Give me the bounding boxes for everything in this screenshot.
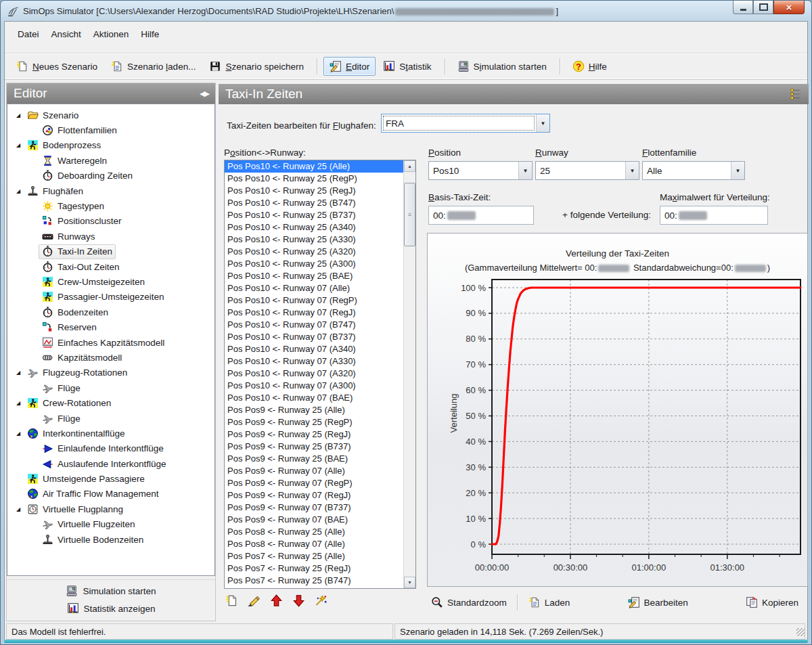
collapse-expand-icon[interactable]: ◀▶ xyxy=(200,89,208,98)
tree-item-virtuelle-flugplanng[interactable]: ◢Virtuelle Flugplanng xyxy=(7,502,215,516)
basis-taxi-time-input[interactable]: 00: xyxy=(428,206,534,225)
list-item[interactable]: Pos Pos10 <- Runway 25 (A340) xyxy=(225,221,415,233)
distribution-chart-panel[interactable]: Verteilung der Taxi-Zeiten (Gammaverteil… xyxy=(427,233,808,587)
tree-item-crew-umsteigezeiten[interactable]: Crew-Umsteigezeiten xyxy=(7,274,215,289)
list-item[interactable]: Pos Pos10 <- Runway 07 (A330) xyxy=(225,355,415,368)
list-item[interactable]: Pos Pos10 <- Runway 07 (B747) xyxy=(225,319,415,331)
minimize-button[interactable] xyxy=(733,1,753,14)
chevron-down-icon[interactable]: ▼ xyxy=(625,162,639,179)
copy-distribution-button[interactable]: Kopieren xyxy=(742,594,803,610)
list-item[interactable]: Pos Pos10 <- Runway 07 (A340) xyxy=(225,343,415,355)
tree-item-deboarding-zeiten[interactable]: Deboarding Zeiten xyxy=(7,169,215,183)
tree-item-flugzeug-rotationen[interactable]: ◢Flugzeug-Rotationen xyxy=(7,365,215,380)
list-item[interactable]: Pos Pos9 <- Runway 25 (BAE) xyxy=(225,453,415,465)
add-entry-button[interactable] xyxy=(225,594,238,609)
toolbar-load-scenario-button[interactable]: Szenario laden... xyxy=(105,57,202,76)
standard-zoom-button[interactable]: Standardzoom xyxy=(427,594,511,610)
list-item[interactable]: Pos Pos9 <- Runway 07 (BAE) xyxy=(225,514,415,526)
tree-item-bodenzeiten[interactable]: Bodenzeiten xyxy=(7,305,215,319)
list-item[interactable]: Pos Pos10 <- Runway 25 (RegP) xyxy=(225,173,415,185)
list-item[interactable]: Pos Pos10 <- Runway 25 (A300) xyxy=(225,258,415,270)
list-item[interactable]: Pos Pos10 <- Runway 25 (RegJ) xyxy=(225,185,415,197)
list-item[interactable]: Pos Pos10 <- Runway 07 (Alle) xyxy=(225,282,415,294)
title-bar[interactable]: SimOps Simulator [C:\Users\Alexander Her… xyxy=(1,1,811,21)
toolbar-save-scenario-button[interactable]: Szenario speichern xyxy=(203,57,310,76)
tree-item-fl-ge[interactable]: Flüge xyxy=(7,380,215,395)
fleet-family-combobox[interactable]: Alle▼ xyxy=(642,161,745,180)
list-item[interactable]: Pos Pos9 <- Runway 25 (B737) xyxy=(225,441,415,453)
tree-item-passagier-umsteigezeiten[interactable]: Passagier-Umsteigezeiten xyxy=(7,290,215,305)
runway-combobox[interactable]: 25▼ xyxy=(535,161,639,180)
tree-item-tagestypen[interactable]: Tagestypen xyxy=(7,198,215,213)
toolbar-new-scenario-button[interactable]: Neues Szenario xyxy=(10,57,104,76)
tree-item-taxi-in-zeiten[interactable]: Taxi-In Zeiten xyxy=(7,244,215,259)
list-item[interactable]: Pos Pos10 <- Runway 25 (A320) xyxy=(225,246,415,258)
tree-item-flugh-fen[interactable]: ◢Flughäfen xyxy=(7,183,215,198)
edit-entry-button[interactable] xyxy=(248,594,261,609)
menu-ansicht[interactable]: Ansicht xyxy=(45,26,87,43)
list-item[interactable]: Pos Pos10 <- Runway 25 (BAE) xyxy=(225,270,415,282)
list-item[interactable]: Pos Pos9 <- Runway 25 (Alle) xyxy=(225,404,415,416)
scroll-up-icon[interactable]: ▲ xyxy=(404,160,415,172)
tree-item-bodenprozess[interactable]: ◢Bodenprozess xyxy=(7,138,215,153)
expanded-arrow-icon[interactable]: ◢ xyxy=(13,142,24,148)
tree-item-runways[interactable]: Runways xyxy=(7,229,215,244)
sidebar-show-statistics-button[interactable]: Statistik anzeigen xyxy=(67,602,156,615)
toolbar-help-button[interactable]: Hilfe xyxy=(566,57,613,76)
tree-item-air-traffic-flow-management[interactable]: Air Traffic Flow Management xyxy=(7,487,215,502)
toolbar-start-simulation-button[interactable]: Simulation starten xyxy=(451,57,553,76)
scroll-down-icon[interactable]: ▼ xyxy=(404,577,415,588)
sidebar-start-simulation-button[interactable]: Simulation starten xyxy=(66,585,156,597)
tree-item-umsteigende-passagiere[interactable]: Umsteigende Passagiere xyxy=(7,471,215,486)
assistant-button[interactable] xyxy=(315,594,328,609)
tree-item-kapzit-tsmodell[interactable]: Kapzitätsmodell xyxy=(7,350,215,365)
tree-item-virtuelle-flugzeiten[interactable]: Virtuelle Flugzeiten xyxy=(7,517,215,532)
list-item[interactable]: Pos Pos9 <- Runway 25 (RegP) xyxy=(225,416,415,428)
list-item[interactable]: Pos Pos7 <- Runway 25 (Alle) xyxy=(225,550,415,562)
list-item[interactable]: Pos Pos10 <- Runway 07 (RegJ) xyxy=(225,307,415,319)
tree-item-taxi-out-zeiten[interactable]: Taxi-Out Zeiten xyxy=(7,259,215,274)
position-combobox[interactable]: Pos10▼ xyxy=(428,161,533,180)
list-item[interactable]: Pos Pos10 <- Runway 07 (RegP) xyxy=(225,294,415,307)
tree-item-auslaufende-interkontfl-ge[interactable]: Auslaufende Interkontflüge xyxy=(7,456,215,471)
expanded-arrow-icon[interactable]: ◢ xyxy=(13,506,24,512)
tree-item-szenario[interactable]: ◢Szenario xyxy=(7,108,215,123)
list-item[interactable]: Pos Pos9 <- Runway 07 (RegJ) xyxy=(225,489,415,502)
list-item[interactable]: Pos Pos10 <- Runway 07 (A300) xyxy=(225,380,415,392)
list-item[interactable]: Pos Pos10 <- Runway 25 (A330) xyxy=(225,233,415,246)
move-up-button[interactable] xyxy=(270,594,283,609)
list-item[interactable]: Pos Pos8 <- Runway 25 (Alle) xyxy=(225,526,415,538)
tree-item-positionscluster[interactable]: Positionscluster xyxy=(7,214,215,229)
tree-item-reserven[interactable]: Reserven xyxy=(7,319,215,334)
list-item[interactable]: Pos Pos9 <- Runway 07 (B737) xyxy=(225,502,415,514)
load-distribution-button[interactable]: Laden xyxy=(524,594,574,610)
expanded-arrow-icon[interactable]: ◢ xyxy=(13,370,24,376)
scroll-thumb[interactable]: ≡ xyxy=(404,183,415,246)
list-item[interactable]: Pos Pos10 <- Runway 07 (B737) xyxy=(225,331,415,343)
tree-item-einfaches-kapzit-tsmodell[interactable]: Einfaches Kapzitätsmodell xyxy=(7,335,215,350)
expanded-arrow-icon[interactable]: ◢ xyxy=(13,400,24,406)
list-item[interactable]: Pos Pos7 <- Runway 25 (RegJ) xyxy=(225,562,415,575)
move-down-button[interactable] xyxy=(292,594,305,609)
list-item[interactable]: Pos Pos9 <- Runway 07 (Alle) xyxy=(225,465,415,477)
tree-item-einlaufende-interkontfl-ge[interactable]: Einlaufende Interkontflüge xyxy=(7,441,215,456)
position-runway-listbox[interactable]: Pos Pos10 <- Runway 25 (Alle)Pos Pos10 <… xyxy=(224,160,416,589)
toolbar-editor-button[interactable]: Editor xyxy=(323,57,376,76)
edit-distribution-button[interactable]: Bearbeiten xyxy=(624,594,692,610)
list-scrollbar[interactable]: ▲ ≡ ▼ xyxy=(403,160,415,588)
tree-item-fl-ge[interactable]: Flüge xyxy=(7,411,215,426)
toolbar-statistics-button[interactable]: Statistik xyxy=(377,57,437,76)
list-item[interactable]: Pos Pos8 <- Runway 07 (Alle) xyxy=(225,538,415,550)
tree-item-flottenfamilien[interactable]: Flottenfamilien xyxy=(7,123,215,137)
menu-datei[interactable]: Datei xyxy=(12,26,45,43)
expanded-arrow-icon[interactable]: ◢ xyxy=(13,188,24,194)
menu-aktionen[interactable]: Aktionen xyxy=(87,26,135,43)
list-item[interactable]: Pos Pos9 <- Runway 25 (RegJ) xyxy=(225,428,415,441)
max-distribution-input[interactable]: 00: xyxy=(660,206,768,225)
tree-item-virtuelle-bodenzeiten[interactable]: Virtuelle Bodenzeiten xyxy=(7,532,215,547)
tree-item-warteregeln[interactable]: Warteregeln xyxy=(7,153,215,168)
tree-item-interkontinentalfl-ge[interactable]: ◢Interkontinentalflüge xyxy=(7,426,215,441)
list-item[interactable]: Pos Pos10 <- Runway 07 (BAE) xyxy=(225,392,415,404)
chevron-down-icon[interactable]: ▼ xyxy=(518,162,532,179)
maximize-button[interactable] xyxy=(753,1,773,14)
